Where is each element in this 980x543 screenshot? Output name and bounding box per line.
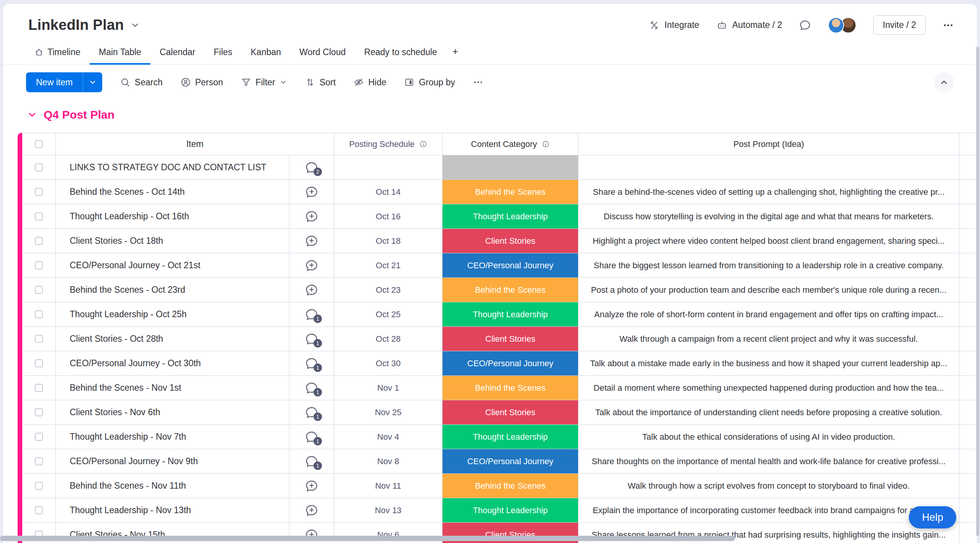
post-prompt-cell[interactable]: Share the biggest lesson learned from tr… [578, 253, 959, 277]
post-prompt-cell[interactable]: Walk through a campaign from a recent cl… [578, 327, 959, 351]
open-updates-button[interactable] [305, 185, 318, 199]
tab-ready-to-schedule[interactable]: Ready to schedule [355, 45, 446, 65]
item-name-cell[interactable]: Thought Leadership - Oct 16th [56, 204, 289, 228]
content-category-cell[interactable]: Behind the Scenes [443, 278, 578, 302]
row-checkbox[interactable] [35, 188, 43, 196]
row-checkbox[interactable] [35, 384, 43, 392]
toolbar-more-button[interactable] [473, 77, 483, 88]
column-header-posting-schedule[interactable]: Posting Schedule [334, 133, 443, 155]
content-category-cell[interactable]: Thought Leadership [443, 425, 578, 449]
content-category-cell[interactable] [443, 155, 578, 179]
content-category-cell[interactable]: Client Stories [443, 327, 578, 351]
search-button[interactable]: Search [120, 77, 163, 88]
row-checkbox[interactable] [35, 482, 43, 490]
open-updates-button[interactable] [305, 479, 318, 493]
filter-button[interactable]: Filter [241, 77, 287, 88]
row-checkbox[interactable] [35, 433, 43, 441]
post-prompt-cell[interactable]: Talk about a mistake made early in the b… [578, 351, 959, 375]
open-updates-button[interactable]: 1 [305, 381, 318, 395]
tab-main-table[interactable]: Main Table [90, 45, 150, 65]
content-category-cell[interactable]: Behind the Scenes [443, 474, 578, 498]
item-name-cell[interactable]: Behind the Scenes - Oct 23rd [56, 278, 289, 302]
open-updates-button[interactable]: 2 [305, 161, 318, 174]
row-checkbox[interactable] [35, 408, 43, 416]
open-updates-button[interactable] [305, 283, 318, 297]
posting-schedule-cell[interactable]: Oct 28 [334, 327, 443, 351]
row-checkbox[interactable] [35, 286, 43, 294]
row-checkbox[interactable] [35, 310, 43, 318]
post-prompt-cell[interactable]: Walk through how a script evolves from c… [578, 474, 959, 498]
posting-schedule-cell[interactable] [334, 155, 443, 179]
row-checkbox[interactable] [35, 237, 43, 245]
hide-button[interactable]: Hide [353, 77, 386, 88]
content-category-cell[interactable]: Behind the Scenes [443, 376, 578, 400]
tab-kanban[interactable]: Kanban [242, 45, 290, 65]
item-name-cell[interactable]: Behind the Scenes - Nov 1st [56, 376, 289, 400]
posting-schedule-cell[interactable]: Nov 25 [334, 400, 443, 424]
help-button[interactable]: Help [909, 506, 956, 528]
collapse-header-button[interactable] [934, 72, 954, 92]
post-prompt-cell[interactable] [578, 155, 959, 179]
post-prompt-cell[interactable]: Share thoughts on the importance of ment… [578, 449, 959, 473]
item-name-cell[interactable]: LINKS TO STRATEGY DOC AND CONTACT LIST [56, 155, 289, 179]
item-name-cell[interactable]: Client Stories - Oct 28th [56, 327, 289, 351]
item-name-cell[interactable]: CEO/Personal Journey - Nov 9th [56, 449, 289, 473]
open-updates-button[interactable] [305, 234, 318, 248]
posting-schedule-cell[interactable]: Nov 1 [334, 376, 443, 400]
add-view-button[interactable]: + [446, 43, 464, 65]
row-checkbox[interactable] [35, 212, 43, 220]
content-category-cell[interactable]: Thought Leadership [443, 498, 578, 522]
row-checkbox[interactable] [35, 506, 43, 514]
content-category-cell[interactable]: Client Stories [443, 229, 578, 253]
item-name-cell[interactable]: Behind the Scenes - Nov 11th [56, 474, 289, 498]
row-checkbox[interactable] [35, 457, 43, 465]
posting-schedule-cell[interactable]: Oct 16 [334, 204, 443, 228]
column-header-item[interactable]: Item [56, 133, 334, 155]
tab-timeline[interactable]: Timeline [25, 45, 90, 65]
new-item-caret[interactable] [83, 72, 102, 92]
posting-schedule-cell[interactable]: Oct 18 [334, 229, 443, 253]
group-collapse-icon[interactable] [27, 109, 38, 120]
post-prompt-cell[interactable]: Discuss how storytelling is evolving in … [578, 204, 959, 228]
tab-files[interactable]: Files [204, 45, 242, 65]
item-name-cell[interactable]: Client Stories - Nov 6th [56, 400, 289, 424]
posting-schedule-cell[interactable]: Oct 25 [334, 302, 443, 326]
posting-schedule-cell[interactable]: Nov 8 [334, 449, 443, 473]
content-category-cell[interactable]: Thought Leadership [443, 204, 578, 228]
content-category-cell[interactable]: CEO/Personal Journey [443, 449, 578, 473]
content-category-cell[interactable]: CEO/Personal Journey [443, 351, 578, 375]
posting-schedule-cell[interactable]: Nov 4 [334, 425, 443, 449]
new-item-button[interactable]: New item [26, 72, 102, 92]
open-updates-button[interactable]: 1 [305, 406, 318, 419]
row-checkbox[interactable] [35, 359, 43, 367]
content-category-cell[interactable]: CEO/Personal Journey [443, 253, 578, 277]
open-updates-button[interactable]: 1 [305, 455, 318, 468]
open-updates-button[interactable]: 1 [305, 357, 318, 370]
open-updates-button[interactable]: 1 [305, 430, 318, 444]
automate-button[interactable]: Automate / 2 [716, 20, 782, 31]
board-chat-button[interactable] [799, 19, 811, 31]
posting-schedule-cell[interactable]: Oct 30 [334, 351, 443, 375]
sort-button[interactable]: Sort [305, 77, 336, 88]
select-all-checkbox[interactable] [35, 140, 43, 148]
integrate-button[interactable]: Integrate [648, 20, 699, 31]
content-category-cell[interactable]: Behind the Scenes [443, 180, 578, 204]
board-more-button[interactable] [942, 20, 954, 31]
tab-calendar[interactable]: Calendar [150, 45, 204, 65]
post-prompt-cell[interactable]: Post a photo of your production team and… [578, 278, 959, 302]
group-title[interactable]: Q4 Post Plan [44, 108, 114, 121]
row-checkbox[interactable] [35, 261, 43, 269]
open-updates-button[interactable] [305, 210, 318, 223]
open-updates-button[interactable] [305, 259, 318, 272]
vertical-scrollbar[interactable] [976, 47, 979, 536]
posting-schedule-cell[interactable]: Oct 23 [334, 278, 443, 302]
post-prompt-cell[interactable]: Share a behind-the-scenes video of setti… [578, 180, 959, 204]
item-name-cell[interactable]: CEO/Personal Journey - Oct 21st [56, 253, 289, 277]
post-prompt-cell[interactable]: Talk about the importance of understandi… [578, 400, 959, 424]
board-title-menu[interactable]: LinkedIn Plan [28, 17, 140, 33]
add-column-cell[interactable] [959, 133, 975, 155]
post-prompt-cell[interactable]: Talk about the ethical considerations of… [578, 425, 959, 449]
open-updates-button[interactable]: 1 [305, 308, 318, 321]
post-prompt-cell[interactable]: Detail a moment where something unexpect… [578, 376, 959, 400]
member-avatars[interactable] [828, 17, 856, 33]
